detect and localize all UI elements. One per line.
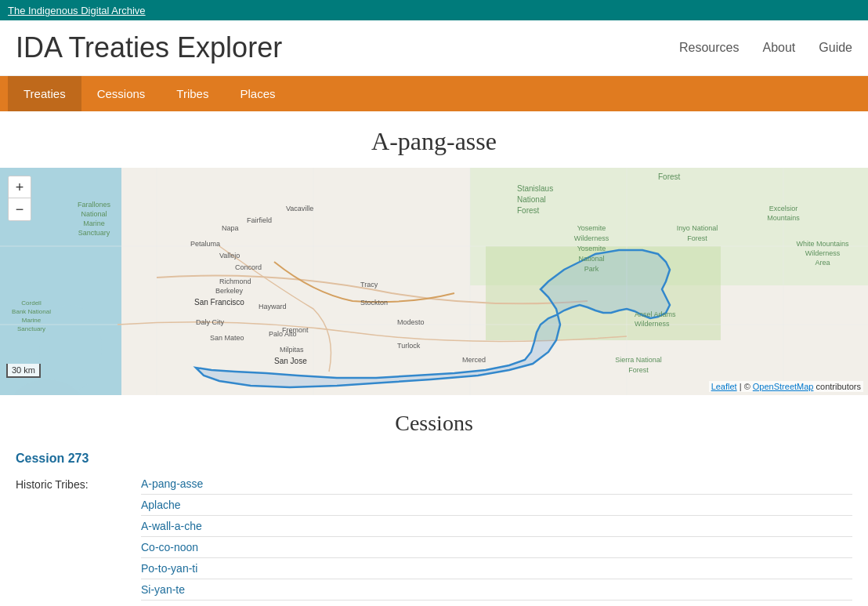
svg-text:National: National (517, 195, 546, 204)
svg-text:Hayward: Hayward (259, 303, 287, 310)
svg-text:Fairfield: Fairfield (247, 216, 272, 224)
svg-text:Excelsior: Excelsior (769, 205, 798, 212)
svg-text:Concord: Concord (235, 263, 262, 271)
cession-block: Cession 273 Historic Tribes: A-pang-asse… (16, 452, 852, 606)
header-nav: Resources About Guide (679, 41, 852, 55)
svg-text:Park: Park (584, 265, 599, 273)
svg-text:Forest: Forest (658, 172, 681, 181)
map-scale: 30 km (6, 364, 41, 378)
svg-text:Area: Area (815, 259, 830, 267)
svg-text:Marine: Marine (22, 317, 42, 324)
svg-text:White Mountains: White Mountains (796, 240, 849, 248)
svg-text:Forest: Forest (628, 366, 649, 374)
tribe-link-3[interactable]: Co-co-noon (141, 537, 852, 558)
nav-tribes[interactable]: Tribes (161, 76, 224, 111)
svg-text:Merced: Merced (462, 356, 486, 364)
top-bar: The Indigenous Digital Archive (0, 0, 868, 20)
nav-places[interactable]: Places (224, 76, 291, 111)
cessions-section: Cessions Cession 273 Historic Tribes: A-… (0, 395, 868, 606)
svg-text:Inyo National: Inyo National (677, 224, 718, 232)
map-svg: San Francisco Daly City San Mateo Palo A… (0, 168, 868, 395)
map-zoom-controls: + − (8, 176, 31, 221)
svg-text:Marine: Marine (83, 220, 105, 227)
svg-text:Yosemite: Yosemite (577, 245, 606, 252)
svg-text:Stockton: Stockton (360, 299, 388, 307)
svg-text:Milpitas: Milpitas (280, 346, 304, 354)
cessions-title: Cessions (16, 411, 852, 436)
historic-tribes-row: Historic Tribes: A-pang-asse Aplache A-w… (16, 474, 852, 601)
svg-text:Forest: Forest (517, 206, 540, 215)
zoom-in-button[interactable]: + (9, 176, 31, 198)
svg-text:Vacaville: Vacaville (286, 205, 313, 212)
historic-tribes-label: Historic Tribes: (16, 474, 141, 495)
attribution-pipe: | © (740, 382, 753, 391)
svg-text:San Francisco: San Francisco (194, 298, 244, 307)
tribe-link-4[interactable]: Po-to-yan-ti (141, 558, 852, 579)
svg-text:Stanislaus: Stanislaus (517, 184, 553, 193)
svg-text:Richmond: Richmond (219, 278, 251, 285)
top-bar-link[interactable]: The Indigenous Digital Archive (8, 5, 146, 16)
nav-treaties[interactable]: Treaties (8, 76, 81, 111)
svg-text:Wilderness: Wilderness (635, 320, 670, 328)
main-content: A-pang-asse (0, 111, 868, 606)
svg-text:Mountains: Mountains (767, 214, 800, 222)
svg-text:Ansel Adams: Ansel Adams (635, 310, 676, 318)
svg-text:Daly City: Daly City (196, 318, 225, 326)
osm-link[interactable]: OpenStreetMap (753, 382, 814, 391)
attribution-suffix: contributors (816, 382, 861, 391)
header: IDA Treaties Explorer Resources About Gu… (0, 20, 868, 76)
svg-text:Fremont: Fremont (282, 326, 309, 334)
svg-text:Cordell: Cordell (21, 299, 42, 307)
nav-bar: Treaties Cessions Tribes Places (0, 76, 868, 111)
map-container: San Francisco Daly City San Mateo Palo A… (0, 168, 868, 395)
svg-text:Sanctuary: Sanctuary (78, 229, 110, 237)
svg-text:Petaluma: Petaluma (190, 240, 220, 248)
app-title: IDA Treaties Explorer (16, 31, 282, 64)
svg-text:Bank National: Bank National (12, 308, 51, 315)
svg-text:Vallejo: Vallejo (219, 252, 240, 259)
svg-text:Forest: Forest (687, 234, 707, 242)
cession-name: Cession 273 (16, 452, 852, 466)
svg-text:National: National (81, 210, 107, 218)
svg-text:Sierra National: Sierra National (615, 356, 662, 364)
svg-text:National: National (578, 255, 604, 263)
svg-text:Wilderness: Wilderness (574, 234, 609, 242)
svg-text:Modesto: Modesto (397, 318, 425, 326)
tribe-link-2[interactable]: A-wall-a-che (141, 516, 852, 537)
svg-text:San Jose: San Jose (274, 357, 307, 365)
svg-text:Farallones: Farallones (78, 201, 111, 209)
leaflet-link[interactable]: Leaflet (711, 382, 737, 391)
map-attribution: Leaflet | © OpenStreetMap contributors (709, 381, 863, 392)
nav-cessions[interactable]: Cessions (81, 76, 161, 111)
nav-about[interactable]: About (762, 41, 795, 55)
nav-resources[interactable]: Resources (679, 41, 739, 55)
tribe-link-1[interactable]: Aplache (141, 495, 852, 516)
svg-point-2 (39, 305, 102, 391)
svg-text:San Mateo: San Mateo (210, 334, 244, 342)
zoom-out-button[interactable]: − (9, 198, 31, 220)
svg-text:Turlock: Turlock (397, 342, 421, 350)
nav-guide[interactable]: Guide (819, 41, 852, 55)
svg-text:Tracy: Tracy (360, 281, 378, 288)
svg-text:Yosemite: Yosemite (577, 224, 606, 232)
tribe-link-0[interactable]: A-pang-asse (141, 474, 852, 495)
svg-text:Napa: Napa (222, 224, 239, 232)
place-title: A-pang-asse (0, 127, 868, 156)
historic-tribes-values: A-pang-asse Aplache A-wall-a-che Co-co-n… (141, 474, 852, 601)
svg-text:Wilderness: Wilderness (805, 249, 841, 257)
svg-text:Berkeley: Berkeley (215, 287, 244, 295)
svg-text:Sanctuary: Sanctuary (17, 325, 45, 332)
tribe-link-5[interactable]: Si-yan-te (141, 579, 852, 601)
